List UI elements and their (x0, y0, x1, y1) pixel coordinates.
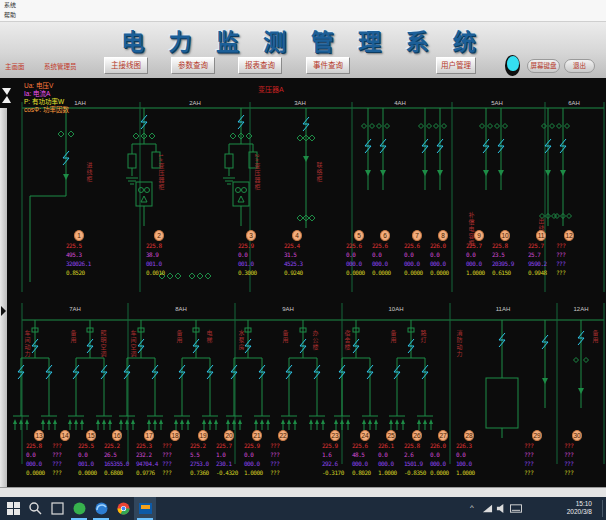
measurement-cluster[interactable]: 29???????????? (524, 430, 550, 477)
menu-system[interactable]: 系统 (4, 2, 16, 9)
cluster-value: 225.2 (190, 441, 216, 450)
measurement-cluster[interactable]: 2225.838.9001.00.0010 (146, 230, 172, 277)
cluster-value: 225.9 (322, 441, 348, 450)
cluster-value: ??? (52, 450, 78, 459)
measurement-cluster[interactable]: 30???????????? (564, 430, 590, 477)
cluster-value: 48.5 (352, 450, 378, 459)
taskbar-clock[interactable]: 15:10 2020/3/8 (567, 500, 592, 516)
cluster-value: 0.0000 (404, 268, 430, 277)
cluster-value: 0.0000 (78, 468, 104, 477)
cluster-number-badge: 10 (500, 230, 510, 241)
measurement-cluster[interactable]: 10225.823.520395.90.6150 (492, 230, 518, 277)
cluster-number-badge: 23 (330, 430, 340, 441)
keyboard-icon[interactable] (510, 503, 522, 514)
cluster-value: 000.0 (26, 459, 52, 468)
windows-start-icon[interactable] (6, 501, 21, 516)
report-query-button[interactable]: 报表查询 (238, 57, 282, 74)
measurement-cluster[interactable]: 19225.25.52753.00.7360 (190, 430, 216, 477)
measurement-cluster[interactable]: 6225.60.0000.00.0000 (372, 230, 398, 277)
feeder-label: 联络柜 (316, 162, 322, 183)
feeder-label: 水泵房 (238, 330, 244, 351)
feeder-label: 备用 (592, 330, 598, 344)
taskbar-app-hmi[interactable] (68, 497, 90, 520)
task-view-icon[interactable] (50, 501, 65, 516)
measurement-cluster[interactable]: 23225.91.6292.6-0.3170 (322, 430, 348, 477)
cluster-number-badge: 1 (74, 230, 84, 241)
measurement-cluster[interactable]: 8226.00.0000.00.0000 (430, 230, 456, 277)
user-management-button[interactable]: 用户管理 (436, 57, 476, 74)
cluster-value: 000.0 (430, 259, 456, 268)
measurement-cluster[interactable]: 17225.3232.294704.40.9776 (136, 430, 162, 477)
measurement-cluster[interactable]: 12???????????? (556, 230, 582, 277)
cluster-number-badge: 24 (360, 430, 370, 441)
cluster-number-badge: 9 (474, 230, 484, 241)
cluster-value: 292.6 (322, 459, 348, 468)
measurement-cluster[interactable]: 25226.10.0000.01.0000 (378, 430, 404, 477)
cluster-value: 0.6150 (492, 268, 518, 277)
exit-button[interactable]: 退出 (564, 59, 595, 73)
measurement-cluster[interactable]: 9225.70.0000.01.0000 (466, 230, 492, 277)
cluster-value: 225.7 (466, 241, 492, 250)
measurement-cluster[interactable]: 20225.71.0230.1-0.4320 (216, 430, 242, 477)
cluster-value: 225.8 (146, 241, 172, 250)
measurement-cluster[interactable]: 11225.725.79590.20.9948 (528, 230, 554, 277)
volume-icon[interactable] (496, 503, 507, 514)
clock-time: 15:10 (567, 500, 592, 508)
cluster-value: 26.5 (104, 450, 130, 459)
menu-help[interactable]: 帮助 (4, 12, 16, 19)
single-line-diagram (0, 78, 606, 487)
cluster-value: 225.6 (404, 241, 430, 250)
cluster-value: 225.3 (136, 441, 162, 450)
measurement-cluster[interactable]: 22???????????? (270, 430, 296, 477)
collapsed-panel-strip[interactable] (0, 108, 7, 487)
cluster-value: 38.9 (146, 250, 172, 259)
taskbar-app-chrome[interactable] (112, 497, 134, 520)
measurement-cluster[interactable]: 5225.60.0000.00.0000 (346, 230, 372, 277)
measurement-cluster[interactable]: 18???????????? (162, 430, 188, 477)
measurement-cluster[interactable]: 15225.50.0001.00.0000 (78, 430, 104, 477)
measurement-cluster[interactable]: 1225.5495.3320026.10.8520 (66, 230, 92, 277)
cluster-value: ??? (564, 459, 590, 468)
system-tray: ^ 15:10 2020/3/8 (536, 497, 606, 520)
cluster-value: ??? (162, 450, 188, 459)
cluster-value: ??? (564, 468, 590, 477)
measurement-cluster[interactable]: 4225.431.54525.30.9240 (284, 230, 310, 277)
window-titlebar: 系统 帮助 (0, 0, 606, 22)
cluster-value: 001.0 (238, 259, 264, 268)
cluster-value: 226.3 (456, 441, 482, 450)
cluster-value: 225.8 (492, 241, 518, 250)
main-wiring-diagram-button[interactable]: 主接线图 (104, 57, 148, 74)
measurement-cluster[interactable]: 7225.60.0000.00.0000 (404, 230, 430, 277)
expand-arrow-icon[interactable] (1, 306, 6, 316)
header-band: 电 力 监 测 管 理 系 统 主画面 系统管理员 主接线图参数查询报表查询事件… (0, 22, 606, 78)
screen-keyboard-button[interactable]: 屏幕键盘 (527, 59, 560, 73)
cluster-number-badge: 4 (292, 230, 302, 241)
taskbar-app-active[interactable] (134, 497, 156, 520)
cluster-value: 23.5 (492, 250, 518, 259)
show-desktop-divider[interactable] (602, 500, 603, 517)
parameter-query-button[interactable]: 参数查询 (171, 57, 215, 74)
cluster-value: 225.9 (244, 441, 270, 450)
network-icon[interactable] (482, 503, 493, 514)
tray-overflow-caret[interactable]: ^ (470, 503, 474, 512)
measurement-cluster[interactable]: 13225.80.0000.00.0000 (26, 430, 52, 477)
cluster-number-badge: 26 (412, 430, 422, 441)
measurement-cluster[interactable]: 3225.90.0001.00.3000 (238, 230, 264, 277)
measurement-cluster[interactable]: 28226.30.0100.01.0000 (456, 430, 482, 477)
cluster-value: 0.0000 (26, 468, 52, 477)
measurement-cluster[interactable]: 26225.82.61501.9-0.8350 (404, 430, 430, 477)
measurement-cluster[interactable]: 21225.90.0000.01.0000 (244, 430, 270, 477)
measurement-cluster[interactable]: 14???????????? (52, 430, 78, 477)
measurement-cluster[interactable]: 27226.00.0000.00.0000 (430, 430, 456, 477)
bay-header: 4AH (394, 100, 406, 106)
bay-header: 7AH (69, 306, 81, 312)
measurement-cluster[interactable]: 24225.648.5000.00.8020 (352, 430, 378, 477)
measurement-cluster[interactable]: 16225.226.5165355.00.6800 (104, 430, 130, 477)
cluster-value: 1.6 (322, 450, 348, 459)
cluster-value: 20395.9 (492, 259, 518, 268)
search-icon[interactable] (28, 501, 43, 516)
event-query-button[interactable]: 事件查询 (306, 57, 350, 74)
cluster-value: 0.0 (456, 450, 482, 459)
cluster-value: 0.8520 (66, 268, 92, 277)
taskbar-app-edge[interactable] (90, 497, 112, 520)
